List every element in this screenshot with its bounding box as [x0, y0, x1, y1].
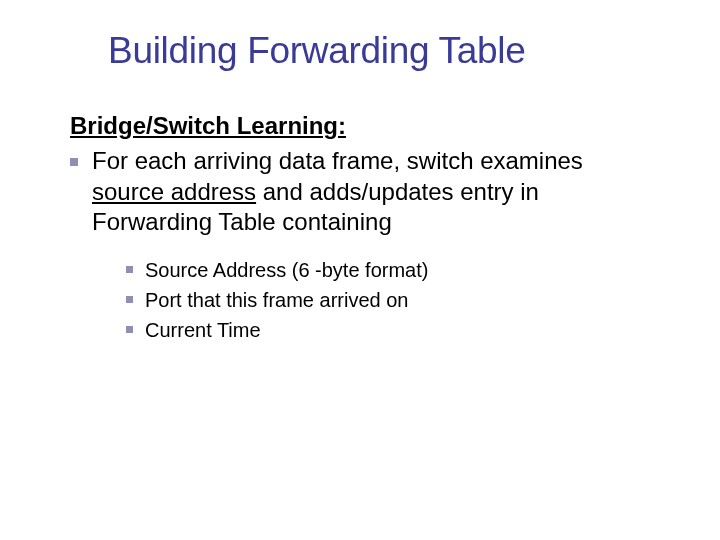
- square-bullet-icon: [70, 158, 78, 166]
- sub-bullet-text: Source Address (6 -byte format): [145, 256, 428, 284]
- slide: Building Forwarding Table Bridge/Switch …: [0, 0, 720, 540]
- main-bullet: For each arriving data frame, switch exa…: [70, 146, 650, 238]
- text-segment: For each arriving data frame, switch exa…: [92, 147, 583, 174]
- square-bullet-icon: [126, 266, 133, 273]
- sub-bullet-list: Source Address (6 -byte format) Port tha…: [126, 256, 650, 344]
- list-item: Current Time: [126, 316, 650, 344]
- slide-subtitle: Bridge/Switch Learning:: [70, 112, 650, 140]
- underlined-text: source address: [92, 178, 256, 205]
- list-item: Port that this frame arrived on: [126, 286, 650, 314]
- slide-title: Building Forwarding Table: [108, 30, 650, 72]
- square-bullet-icon: [126, 326, 133, 333]
- sub-bullet-text: Current Time: [145, 316, 261, 344]
- main-bullet-text: For each arriving data frame, switch exa…: [92, 146, 650, 238]
- square-bullet-icon: [126, 296, 133, 303]
- list-item: Source Address (6 -byte format): [126, 256, 650, 284]
- sub-bullet-text: Port that this frame arrived on: [145, 286, 408, 314]
